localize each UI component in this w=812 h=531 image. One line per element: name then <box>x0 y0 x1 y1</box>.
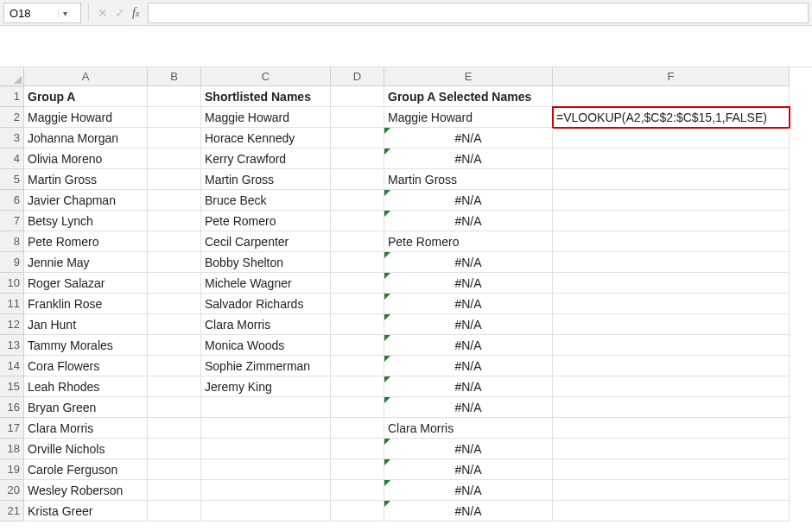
fx-icon[interactable]: fx <box>132 6 139 20</box>
cell[interactable] <box>553 252 790 273</box>
cell[interactable] <box>331 86 384 107</box>
cell[interactable] <box>148 86 201 107</box>
cell[interactable] <box>148 418 201 439</box>
cell[interactable] <box>148 356 201 376</box>
cell[interactable]: #N/A <box>384 439 553 459</box>
cell[interactable]: #N/A <box>384 128 553 149</box>
cell[interactable]: Orville Nichols <box>24 439 148 459</box>
cell-highlight-formula[interactable]: =VLOOKUP(A2,$C$2:$C$15,1,FALSE) <box>553 107 790 128</box>
cell[interactable] <box>148 459 201 480</box>
row-header[interactable]: 5 <box>0 169 24 190</box>
cell[interactable]: Betsy Lynch <box>24 211 148 231</box>
cell[interactable]: #N/A <box>384 149 553 169</box>
cell[interactable]: Salvador Richards <box>201 294 331 314</box>
cell[interactable] <box>201 439 331 459</box>
cell[interactable]: Krista Greer <box>24 501 148 522</box>
cell[interactable]: #N/A <box>384 294 553 314</box>
cell[interactable]: Bobby Shelton <box>201 252 331 273</box>
cell[interactable] <box>331 480 384 501</box>
cell[interactable]: Johanna Morgan <box>24 128 148 149</box>
cell[interactable] <box>553 418 790 439</box>
cell[interactable]: Pete Romero <box>384 231 553 252</box>
row-header[interactable]: 14 <box>0 356 24 376</box>
row-header[interactable]: 15 <box>0 376 24 397</box>
cell[interactable]: #N/A <box>384 397 553 418</box>
cell[interactable] <box>201 397 331 418</box>
cell[interactable] <box>148 294 201 314</box>
cell[interactable] <box>331 314 384 335</box>
cell[interactable]: Maggie Howard <box>384 107 553 128</box>
cell[interactable]: #N/A <box>384 459 553 480</box>
cell[interactable]: Clara Morris <box>201 314 331 335</box>
cell[interactable] <box>553 314 790 335</box>
cell[interactable] <box>148 335 201 356</box>
cell[interactable]: Cecil Carpenter <box>201 231 331 252</box>
cell[interactable] <box>553 294 790 314</box>
cell[interactable]: Jeremy King <box>201 376 331 397</box>
cell[interactable] <box>331 501 384 522</box>
cell[interactable] <box>331 211 384 231</box>
cell[interactable] <box>553 459 790 480</box>
cell[interactable] <box>148 252 201 273</box>
cell[interactable]: Michele Wagner <box>201 273 331 294</box>
cell[interactable] <box>553 149 790 169</box>
cell[interactable]: Wesley Roberson <box>24 480 148 501</box>
cell[interactable] <box>148 273 201 294</box>
row-header[interactable]: 18 <box>0 439 24 459</box>
cell[interactable]: #N/A <box>384 480 553 501</box>
cell[interactable] <box>553 480 790 501</box>
enter-icon[interactable]: ✓ <box>115 6 125 20</box>
cell[interactable] <box>148 231 201 252</box>
cell[interactable]: Jan Hunt <box>24 314 148 335</box>
cell[interactable]: Pete Romero <box>201 211 331 231</box>
cell[interactable] <box>148 376 201 397</box>
cell[interactable] <box>201 501 331 522</box>
cell[interactable] <box>148 211 201 231</box>
cell[interactable]: #N/A <box>384 356 553 376</box>
cell[interactable] <box>148 397 201 418</box>
cell[interactable]: Maggie Howard <box>201 107 331 128</box>
cell[interactable] <box>331 397 384 418</box>
name-box-input[interactable] <box>4 7 58 20</box>
cell[interactable]: #N/A <box>384 211 553 231</box>
col-header[interactable]: A <box>24 67 148 86</box>
cell[interactable] <box>148 149 201 169</box>
row-header[interactable]: 9 <box>0 252 24 273</box>
cell[interactable] <box>331 169 384 190</box>
cell[interactable] <box>553 231 790 252</box>
col-header[interactable]: C <box>201 67 331 86</box>
cell[interactable]: Cora Flowers <box>24 356 148 376</box>
cell[interactable] <box>148 314 201 335</box>
cell[interactable] <box>331 190 384 211</box>
cell[interactable]: Martin Gross <box>201 169 331 190</box>
row-header[interactable]: 21 <box>0 501 24 522</box>
col-header[interactable]: B <box>148 67 201 86</box>
cell[interactable]: Sophie Zimmerman <box>201 356 331 376</box>
col-header[interactable]: E <box>384 67 553 86</box>
formula-bar-input[interactable] <box>149 3 808 22</box>
row-header[interactable]: 16 <box>0 397 24 418</box>
cell[interactable]: Jennie May <box>24 252 148 273</box>
col-header[interactable]: F <box>553 67 790 86</box>
row-header[interactable]: 13 <box>0 335 24 356</box>
row-header[interactable]: 8 <box>0 231 24 252</box>
cell[interactable] <box>331 376 384 397</box>
cell[interactable]: Clara Morris <box>24 418 148 439</box>
cell[interactable]: #N/A <box>384 190 553 211</box>
cell[interactable]: Kerry Crawford <box>201 149 331 169</box>
row-header[interactable]: 17 <box>0 418 24 439</box>
cell[interactable]: Olivia Moreno <box>24 149 148 169</box>
cell[interactable] <box>553 169 790 190</box>
name-box[interactable]: ▾ <box>3 3 81 23</box>
cell[interactable]: Franklin Rose <box>24 294 148 314</box>
row-header[interactable]: 1 <box>0 86 24 107</box>
cell[interactable] <box>553 376 790 397</box>
row-header[interactable]: 6 <box>0 190 24 211</box>
cell[interactable] <box>148 128 201 149</box>
cell[interactable] <box>553 335 790 356</box>
cell[interactable]: Roger Salazar <box>24 273 148 294</box>
row-header[interactable]: 2 <box>0 107 24 128</box>
row-header[interactable]: 4 <box>0 149 24 169</box>
row-header[interactable]: 10 <box>0 273 24 294</box>
cell[interactable] <box>553 273 790 294</box>
